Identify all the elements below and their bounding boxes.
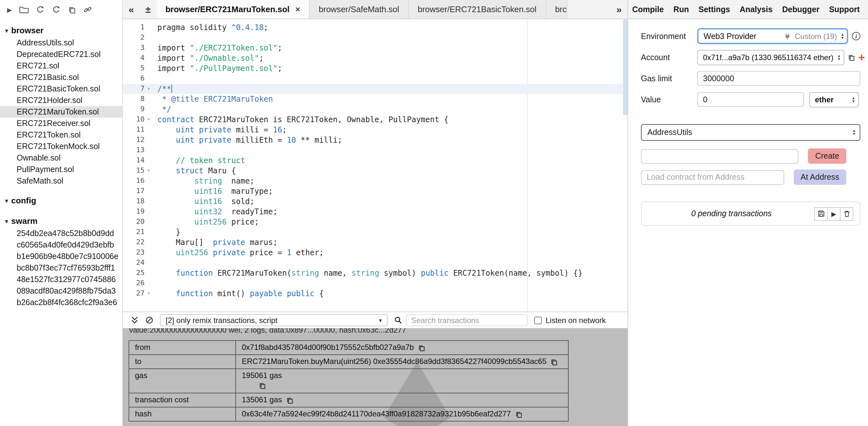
fold-icon[interactable]: ▾ xyxy=(145,115,153,125)
code-line[interactable]: 3import "./ERC721Token.sol"; xyxy=(123,43,627,53)
code-editor[interactable]: 1pragma solidity ^0.4.18;23import "./ERC… xyxy=(123,19,627,311)
menu-debugger[interactable]: Debugger xyxy=(782,5,819,14)
file-item[interactable]: ERC721MaruToken.sol xyxy=(0,106,122,118)
code-line[interactable]: 5import "./PullPayment.sol"; xyxy=(123,63,627,73)
code-line[interactable]: 21 } xyxy=(123,227,627,237)
collapse-file-panel-button[interactable]: « xyxy=(123,0,140,19)
file-item[interactable]: c60565a4d0fe0d429d3ebfb xyxy=(0,239,122,251)
code-line[interactable]: 8 * @title ERC721MaruToken xyxy=(123,94,627,104)
copy-icon[interactable] xyxy=(67,5,76,14)
file-item[interactable]: ERC721BasicToken.sol xyxy=(0,83,122,95)
tab-erc721basictoken[interactable]: browser/ERC721BasicToken.sol xyxy=(409,0,546,19)
copy-icon[interactable] xyxy=(515,410,522,419)
code-line[interactable]: 11 uint private milli = 16; xyxy=(123,125,627,135)
file-item[interactable]: bc8b07f3ec77cf76593b2fff1 xyxy=(0,262,122,274)
close-icon[interactable]: × xyxy=(295,4,300,14)
tree-section-browser[interactable]: ▾browser xyxy=(0,23,122,37)
file-item[interactable]: ERC721Token.sol xyxy=(0,129,122,141)
file-item[interactable]: ERC721.sol xyxy=(0,60,122,72)
tab-erc721marutoken[interactable]: browser/ERC721MaruToken.sol × xyxy=(156,0,310,19)
code-line[interactable]: 2 xyxy=(123,33,627,43)
file-item[interactable]: Ownable.sol xyxy=(0,152,122,164)
code-line[interactable]: 24 xyxy=(123,258,627,268)
file-item[interactable]: ERC721TokenMock.sol xyxy=(0,141,122,152)
code-line[interactable]: 17 uint16 maruType; xyxy=(123,186,627,196)
clear-console-icon[interactable] xyxy=(145,316,154,324)
folder-icon[interactable] xyxy=(19,6,28,13)
menu-run[interactable]: Run xyxy=(673,5,689,14)
code-line[interactable]: 18 uint16 sold; xyxy=(123,196,627,207)
file-item[interactable]: ERC721Basic.sol xyxy=(0,72,122,83)
listen-on-network-checkbox[interactable] xyxy=(534,316,542,324)
trash-icon[interactable] xyxy=(840,207,853,220)
transactions-filter-dropdown[interactable]: [2] only remix transactions, script ▾ xyxy=(160,314,388,326)
tree-section-swarm[interactable]: ▾swarm xyxy=(0,214,122,228)
code-line[interactable]: 25 function ERC721MaruToken(string name,… xyxy=(123,268,627,278)
value-input[interactable] xyxy=(697,92,804,107)
file-item[interactable]: AddressUtils.sol xyxy=(0,37,122,49)
tab-truncated[interactable]: brc xyxy=(546,0,567,19)
file-item[interactable]: 48e1527fc312977c0745886 xyxy=(0,274,122,285)
info-icon[interactable]: i xyxy=(852,32,860,40)
save-icon[interactable] xyxy=(814,207,828,220)
copy-icon[interactable] xyxy=(258,381,562,390)
menu-analysis[interactable]: Analysis xyxy=(740,5,773,14)
code-line[interactable]: 13 xyxy=(123,145,627,155)
tab-safemath[interactable]: browser/SafeMath.sol xyxy=(310,0,409,19)
listen-on-network-toggle[interactable]: Listen on network xyxy=(534,316,606,325)
code-line[interactable]: 4import "./Ownable.sol"; xyxy=(123,53,627,63)
search-icon[interactable] xyxy=(394,316,402,324)
play-icon[interactable]: ▶ xyxy=(7,6,12,13)
file-item[interactable]: SafeMath.sol xyxy=(0,175,122,187)
sync-icon[interactable] xyxy=(35,5,44,14)
tab-overflow-button[interactable]: » xyxy=(611,0,627,19)
code-line[interactable]: 27▾ function mint() payable public { xyxy=(123,288,627,299)
gas-limit-input[interactable] xyxy=(697,71,860,86)
menu-compile[interactable]: Compile xyxy=(632,5,664,14)
file-item[interactable]: b1e906b9e48b0e7c910006e xyxy=(0,251,122,262)
file-item[interactable]: PullPayment.sol xyxy=(0,164,122,175)
menu-settings[interactable]: Settings xyxy=(699,5,730,14)
constructor-args-input[interactable] xyxy=(641,149,799,163)
value-unit-select[interactable]: ether ▲▼ xyxy=(809,92,859,107)
fold-icon[interactable]: ▾ xyxy=(145,166,153,176)
sync-icon-2[interactable] xyxy=(52,5,60,14)
copy-account-icon[interactable] xyxy=(848,53,856,61)
code-line[interactable]: 10▾contract ERC721MaruToken is ERC721Tok… xyxy=(123,115,627,125)
add-account-icon[interactable] xyxy=(858,53,866,61)
code-line[interactable]: 12 uint private milliEth = 10 ** milli; xyxy=(123,135,627,145)
at-address-button[interactable]: At Address xyxy=(794,170,846,185)
fold-icon[interactable]: ▾ xyxy=(145,288,153,299)
fold-icon[interactable]: ▾ xyxy=(145,84,153,94)
search-transactions-input[interactable] xyxy=(406,314,528,326)
copy-icon[interactable] xyxy=(286,396,293,405)
file-item[interactable]: ERC721Receiver.sol xyxy=(0,118,122,129)
environment-select[interactable]: Web3 Provider Custom (19) ▲▼ xyxy=(697,28,848,44)
editor-scrollbar[interactable] xyxy=(623,19,627,311)
load-contract-address-input[interactable] xyxy=(641,170,784,185)
code-line[interactable]: 20 uint256 price; xyxy=(123,217,627,227)
code-line[interactable]: 14 // token struct xyxy=(123,155,627,166)
copy-icon[interactable] xyxy=(418,343,425,353)
code-line[interactable]: 26 xyxy=(123,278,627,288)
file-item[interactable]: ERC721Holder.sol xyxy=(0,95,122,106)
file-item[interactable]: DeprecatedERC721.sol xyxy=(0,49,122,60)
file-item[interactable]: 089acdf80ac429f88fb75da3 xyxy=(0,285,122,297)
code-line[interactable]: 9 */ xyxy=(123,104,627,115)
code-line[interactable]: 6 xyxy=(123,73,627,84)
file-item[interactable]: 254db2ea478c52b8b0d9dd xyxy=(0,228,122,239)
expand-terminal-icon[interactable] xyxy=(130,316,139,324)
new-tab-button[interactable]: ± xyxy=(140,0,156,19)
code-line[interactable]: 1pragma solidity ^0.4.18; xyxy=(123,22,627,33)
account-select[interactable]: 0x71f...a9a7b (1330.965116374 ether) ▲▼ xyxy=(697,50,845,65)
scrollbar-thumb[interactable] xyxy=(623,19,627,115)
code-line[interactable]: 19 uint32 readyTime; xyxy=(123,207,627,217)
menu-support[interactable]: Support xyxy=(829,5,860,14)
link-icon[interactable] xyxy=(83,5,92,14)
code-line[interactable]: 23 uint256 private price = 1 ether; xyxy=(123,247,627,258)
code-line[interactable]: 22 Maru[] private marus; xyxy=(123,237,627,247)
terminal-output[interactable]: value:200000000000000000 wei, 2 logs, da… xyxy=(123,328,627,426)
code-line[interactable]: 15▾ struct Maru { xyxy=(123,166,627,176)
tree-section-config[interactable]: ▾config xyxy=(0,193,122,207)
code-line[interactable]: 16 string name; xyxy=(123,176,627,186)
